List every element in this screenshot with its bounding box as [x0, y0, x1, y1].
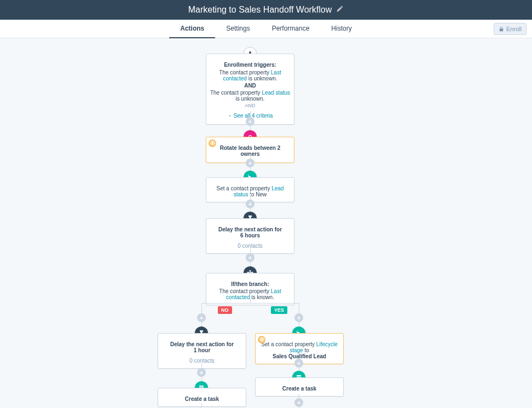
pencil-icon[interactable]	[336, 5, 344, 15]
add-action-plus-icon[interactable]: +	[246, 117, 255, 126]
tab-history[interactable]: History	[320, 20, 362, 38]
create-task-left-text: Create a task	[161, 396, 242, 402]
workflow-canvas: Enrollment triggers: The contact propert…	[0, 38, 532, 408]
delay-1h-line2: 1 hour	[161, 347, 242, 353]
add-action-plus-icon[interactable]: +	[246, 200, 255, 208]
enrollment-criteria-1: The contact property Last contacted is u…	[210, 69, 291, 81]
warning-badge-icon: ⦿	[209, 139, 216, 147]
workflow-header: Marketing to Sales Handoff Workflow	[0, 0, 532, 20]
chevron-down-icon	[228, 114, 232, 118]
enroll-button[interactable]: Enroll	[494, 23, 527, 35]
enrollment-heading: Enrollment triggers:	[210, 62, 291, 68]
set-lifecycle-text: Set a contact property Lifecycle stage t…	[259, 341, 340, 353]
workflow-title: Marketing to Sales Handoff Workflow	[188, 5, 332, 15]
tab-performance[interactable]: Performance	[261, 20, 321, 38]
add-action-plus-icon[interactable]: +	[197, 368, 206, 377]
branch-heading: If/then branch:	[210, 281, 291, 287]
tab-settings[interactable]: Settings	[215, 20, 261, 38]
tab-actions[interactable]: Actions	[169, 20, 215, 38]
tabs-bar: Actions Settings Performance History Enr…	[0, 20, 532, 38]
branch-yes-label: YES	[271, 306, 287, 314]
add-action-plus-icon[interactable]: +	[246, 159, 255, 167]
enrollment-and-2: AND	[210, 103, 291, 108]
delay-1h-line1: Delay the next action for	[161, 341, 242, 347]
enroll-button-label: Enroll	[506, 26, 522, 32]
enrollment-criteria-2: The contact property Lead status is unkn…	[210, 90, 291, 102]
delay-6h-line1: Delay the next action for	[210, 226, 291, 232]
warning-badge-icon: ⦿	[258, 336, 265, 343]
delay-6h-line2: 6 hours	[210, 232, 291, 238]
add-action-plus-icon[interactable]: +	[246, 253, 255, 262]
add-action-plus-icon[interactable]: +	[294, 398, 303, 407]
create-task-right-card[interactable]: Create a task	[255, 377, 344, 397]
create-task-right-text: Create a task	[259, 386, 340, 392]
add-action-plus-icon[interactable]: +	[197, 313, 206, 322]
branch-no-label: NO	[218, 306, 232, 314]
enrollment-and-1: AND	[210, 83, 291, 89]
delay-1h-contacts: 0 contacts	[161, 358, 242, 364]
create-task-left-card[interactable]: Create a task	[158, 388, 246, 407]
add-action-plus-icon[interactable]: +	[294, 313, 303, 322]
delay-1h-card[interactable]: Delay the next action for 1 hour 0 conta…	[158, 333, 246, 369]
add-action-plus-icon[interactable]: +	[294, 359, 303, 368]
